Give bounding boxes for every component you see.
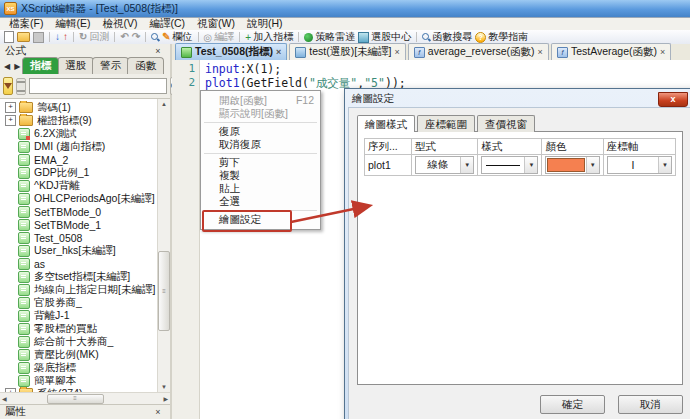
menu-item-cut[interactable]: 剪下	[201, 156, 320, 169]
dialog-close-button[interactable]: x	[658, 92, 688, 107]
close-tab-icon[interactable]: ×	[660, 47, 665, 57]
tree-item-label: 6.2X測試	[34, 127, 77, 140]
tree-item[interactable]: SetTBMode_0	[2, 205, 158, 218]
tree-item-label: 綜合前十大券商_	[34, 335, 113, 348]
tree-item[interactable]: 官股券商_	[2, 296, 158, 309]
tutorial-button[interactable]: ? 教學指南	[475, 30, 528, 44]
tree-horizontal-scrollbar[interactable]: ◀ ≡ ▶	[0, 392, 170, 404]
scroll-down-icon[interactable]: ▼	[161, 382, 167, 392]
menu-compile[interactable]: 編譯(C)	[143, 17, 191, 31]
tree-item[interactable]: Test_0508	[2, 231, 158, 244]
tree-item[interactable]: OHLCPeriodsAgo[未編譯]	[2, 192, 158, 205]
menu-item-select-all[interactable]: 全選	[201, 195, 320, 208]
tree-item[interactable]: 背離J-1	[2, 309, 158, 322]
tree-item[interactable]: 簡單腳本	[2, 374, 158, 387]
scroll-right-icon[interactable]: ▶	[163, 395, 168, 402]
close-tab-icon[interactable]: ×	[276, 47, 281, 57]
tree-item[interactable]: 多空tset指標[未編譯]	[2, 270, 158, 283]
add-indicator-button[interactable]: + 加入指標	[245, 30, 293, 44]
menu-item-paste[interactable]: 貼上	[201, 182, 320, 195]
menu-file[interactable]: 檔案(F)	[3, 17, 49, 31]
tree-item[interactable]: User_hks[未編譯]	[2, 244, 158, 257]
open-file-icon[interactable]	[17, 32, 30, 42]
tab-axis-range[interactable]: 座標範圍	[417, 115, 475, 132]
menu-item-show-help[interactable]: 顯示說明[函數]	[201, 107, 320, 120]
close-icon[interactable]: ×	[151, 406, 165, 419]
upload-icon[interactable]: ↑	[63, 32, 68, 42]
tab-scroll-right-icon[interactable]: ▶	[12, 62, 22, 71]
tree-item[interactable]: 賣壓比例(MK)	[2, 348, 158, 361]
scroll-up-icon[interactable]: ▲	[161, 99, 167, 109]
tab-indicators[interactable]: 指標	[22, 57, 59, 74]
menu-item-undo[interactable]: 復原	[201, 125, 320, 138]
menu-item-redo[interactable]: 取消復原	[201, 138, 320, 151]
filter-button[interactable]	[3, 77, 13, 95]
tab-plot-style[interactable]: 繪圖樣式	[357, 115, 415, 132]
tree-item[interactable]: 6.2X測試	[2, 127, 158, 140]
tree-item[interactable]: SetTBMode_1	[2, 218, 158, 231]
sidebar-search-input[interactable]	[29, 78, 167, 94]
dialog-title-bar[interactable]: 繪圖設定 x	[348, 91, 690, 107]
line-style-dropdown[interactable]: ▼	[481, 156, 538, 174]
tab-stock-picking[interactable]: 選股	[57, 57, 94, 74]
list-view-button[interactable]	[16, 78, 26, 95]
menu-help[interactable]: 說明(H)	[241, 17, 289, 31]
menu-window[interactable]: 視窗(W)	[191, 17, 241, 31]
close-tab-icon[interactable]: ×	[395, 47, 400, 57]
menu-item-copy[interactable]: 複製	[201, 169, 320, 182]
stock-center-button[interactable]: 選股中心	[358, 30, 411, 44]
scrollbar-thumb[interactable]: ≡	[47, 394, 104, 404]
scrollbar-thumb[interactable]: ≡	[158, 251, 170, 331]
tree-item[interactable]: ^KDJ背離	[2, 179, 158, 192]
tab-scroll-left-icon[interactable]: ◀	[2, 62, 12, 71]
field-button[interactable]: ✎ 欄位	[162, 30, 192, 44]
function-search-label: 函數搜尋	[432, 30, 472, 44]
close-icon[interactable]: ×	[151, 45, 165, 58]
tab-alerts[interactable]: 警示	[92, 57, 129, 74]
ok-button[interactable]: 確定	[540, 395, 605, 414]
script-icon	[18, 245, 30, 257]
download-icon[interactable]: ↓	[55, 32, 60, 42]
tree-item[interactable]: as	[2, 257, 158, 270]
menu-edit[interactable]: 編輯(E)	[49, 17, 96, 31]
file-tab-test[interactable]: test(選股)[未編譯] ×	[289, 43, 406, 60]
axis-dropdown[interactable]: I ▼	[607, 156, 672, 174]
close-tab-icon[interactable]: ×	[538, 47, 543, 57]
tree-item[interactable]: DMI (趨向指標)	[2, 140, 158, 153]
code-token: (GetField(	[240, 76, 309, 90]
redo-icon[interactable]: ↷	[132, 32, 140, 42]
tree-item[interactable]: 零股標的買點	[2, 322, 158, 335]
expand-icon[interactable]: +	[5, 115, 16, 126]
zoom-in-icon[interactable]	[151, 33, 159, 41]
strategy-radar-button[interactable]: 策略雷達	[304, 30, 355, 44]
tree-item[interactable]: 綜合前十大券商_	[2, 335, 158, 348]
file-tab-average-reverse[interactable]: f average_reverse(函數) ×	[408, 43, 549, 60]
tree-item[interactable]: 築底指標	[2, 361, 158, 374]
tree-vertical-scrollbar[interactable]: ▲ ≡ ▼	[157, 99, 170, 392]
color-dropdown[interactable]: ▼	[545, 156, 599, 174]
tab-functions[interactable]: 函數	[127, 57, 164, 74]
scroll-left-icon[interactable]: ◀	[2, 395, 7, 402]
save-icon[interactable]	[33, 32, 44, 43]
tree-item[interactable]: + 籌碼(1)	[2, 101, 158, 114]
function-search-button[interactable]: 函數搜尋	[422, 30, 472, 44]
cancel-button[interactable]: 取消	[618, 395, 683, 414]
backtest-button[interactable]: ↻ 回測	[79, 30, 109, 44]
tree-item[interactable]: + 權證指標(9)	[2, 114, 158, 127]
expand-icon[interactable]: +	[5, 102, 16, 113]
tree-item[interactable]: EMA_2	[2, 153, 158, 166]
tree-item[interactable]: 均線向上指定日期[未編譯]	[2, 283, 158, 296]
tree-item[interactable]: GDP比例_1	[2, 166, 158, 179]
menu-view[interactable]: 檢視(V)	[96, 17, 143, 31]
new-file-icon[interactable]	[4, 31, 14, 43]
tree-item[interactable]: + 系統(274)	[2, 387, 158, 392]
compile-button[interactable]: ◎ 編譯	[204, 30, 235, 44]
undo-icon[interactable]: ↶	[120, 32, 128, 42]
file-tab-testaverage[interactable]: f TestAverage(函數) ×	[551, 43, 671, 60]
file-tab-test0508[interactable]: Test_0508(指標) ×	[175, 43, 287, 60]
expand-icon[interactable]: +	[5, 388, 16, 392]
menu-item-open-function[interactable]: 開啟[函數] F12	[201, 94, 320, 107]
tab-quote-window[interactable]: 查價視窗	[477, 115, 535, 132]
backtest-label: 回測	[89, 30, 109, 44]
type-dropdown[interactable]: 線條 ▼	[415, 156, 475, 174]
